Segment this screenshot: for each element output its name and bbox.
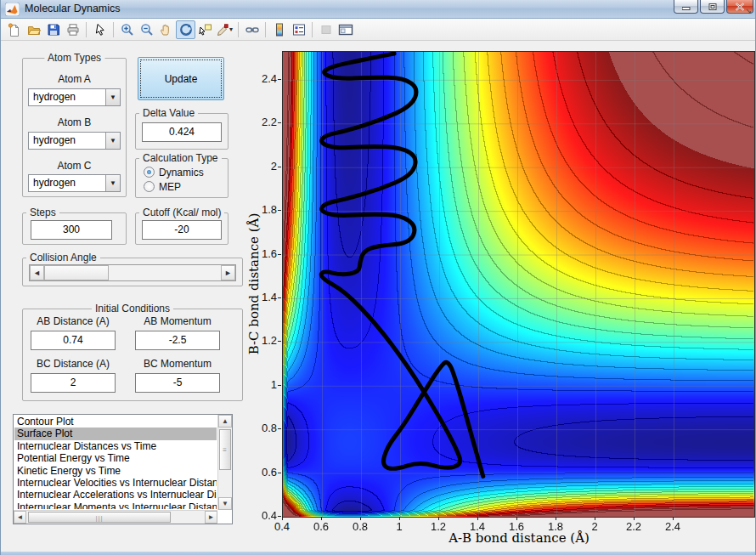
atom-a-select[interactable]: hydrogen ▼ [28,88,121,106]
list-item[interactable]: Kinetic Energy vs Time [14,465,217,477]
atom-types-title: Atom Types [44,52,104,64]
list-item[interactable]: Potential Energy vs Time [14,452,217,464]
brush-icon [217,23,228,37]
scroll-left-icon[interactable]: ◄ [14,511,26,524]
link-plot-button[interactable] [242,20,262,39]
list-item[interactable]: Internuclear Momenta vs Internuclear Dis… [14,501,217,509]
brush-dropdown-icon[interactable]: ▾ [229,25,233,33]
steps-field[interactable]: 300 [31,220,112,240]
bc-distance-field[interactable]: 2 [31,373,116,393]
y-tick-label: 0.6 [246,466,277,479]
x-tick-label: 0.8 [346,520,375,533]
plot-type-listbox[interactable]: Contour PlotSurface PlotInternuclear Dis… [13,414,233,524]
save-button[interactable] [43,20,63,39]
x-tick-mark [634,517,635,520]
x-tick-label: 1.8 [541,520,570,533]
listbox-vertical-scrollbar[interactable]: ▲ ≡ ▼ [217,415,232,510]
scroll-up-icon[interactable]: ▲ [218,415,232,428]
list-item[interactable]: Internuclear Distances vs Time [14,440,217,452]
update-button[interactable]: Update [138,57,224,100]
calculation-type-title: Calculation Type [139,152,222,164]
zoom-in-button[interactable] [117,20,137,39]
list-item[interactable]: Internuclear Velocities vs Internuclear … [14,477,217,489]
ab-momentum-label: AB Momentum [135,315,220,327]
steps-title: Steps [26,207,59,218]
y-tick-mark [278,210,281,211]
chevron-down-icon[interactable]: ▼ [105,175,120,191]
atom-b-value: hydrogen [33,134,76,146]
pan-button[interactable] [156,20,176,39]
toolbar-separator [113,22,114,37]
print-button[interactable] [63,20,82,39]
x-tick-mark [399,517,400,520]
atom-a-label: Atom A [22,73,127,85]
y-tick-mark [278,385,281,386]
x-tick-label: 1.6 [502,520,531,533]
y-tick-label: 0.8 [246,422,277,434]
vertical-scroll-thumb[interactable]: ≡ [219,429,231,470]
toolbar-separator [265,22,266,37]
insert-legend-button[interactable] [289,20,308,39]
open-folder-icon [27,23,41,37]
x-tick-mark [321,517,322,520]
y-tick-label: 1.6 [246,247,277,260]
close-icon [736,3,745,11]
atom-c-select[interactable]: hydrogen ▼ [28,174,121,192]
brush-button[interactable]: ▾ [215,20,234,39]
x-tick-label: 0.6 [307,520,336,533]
y-tick-label: 1.2 [246,334,277,347]
maximize-button[interactable] [700,0,725,14]
bc-momentum-field[interactable]: -5 [135,373,220,393]
horizontal-scroll-thumb[interactable]: ||| [28,512,171,523]
slider-thumb[interactable] [44,265,109,280]
insert-colorbar-button[interactable] [269,20,289,39]
ab-momentum-field[interactable]: -2.5 [135,331,220,350]
list-item[interactable]: Surface Plot [14,428,217,439]
scroll-down-icon[interactable]: ▼ [218,497,232,510]
initial-conditions-title: Initial Conditions [92,303,173,314]
x-tick-label: 1 [385,520,414,533]
scroll-right-icon[interactable]: ► [205,511,217,524]
ab-distance-field[interactable]: 0.74 [31,331,116,350]
y-tick-label: 1.8 [246,203,277,216]
slider-right-arrow-icon[interactable]: ► [221,265,235,280]
list-item[interactable]: Internuclear Accelerations vs Internucle… [14,489,217,501]
delta-value-field[interactable]: 0.424 [142,122,222,142]
y-tick-mark [278,122,281,123]
mep-radio-label: MEP [159,181,181,193]
x-tick-mark [360,517,361,520]
y-tick-mark [278,79,281,80]
new-file-button[interactable] [4,20,24,39]
atom-c-value: hydrogen [33,177,76,189]
minimize-button[interactable] [674,0,698,14]
y-tick-label: 2.2 [246,116,277,128]
collision-angle-slider[interactable]: ◄ ► [29,264,236,281]
rotate-3d-icon [179,23,193,37]
show-plot-tools-button[interactable] [336,20,355,39]
dynamics-radio[interactable] [144,167,155,178]
x-tick-mark [282,517,283,520]
list-item[interactable]: Contour Plot [14,416,217,428]
cutoff-field[interactable]: -20 [142,220,222,240]
toolbar-separator [86,22,87,37]
toolbar-overflow-icon[interactable]: ↘ [745,7,752,15]
pointer-button[interactable] [90,20,110,39]
zoom-out-button[interactable] [137,20,156,39]
y-tick-mark [278,516,281,517]
open-file-button[interactable] [24,20,43,39]
potential-energy-surface-plot[interactable] [282,51,755,518]
y-tick-label: 2 [246,160,277,173]
atom-b-select[interactable]: hydrogen ▼ [28,132,121,150]
chevron-down-icon[interactable]: ▼ [105,89,120,105]
listbox-horizontal-scrollbar[interactable]: ◄ ||| ► [14,510,217,524]
plot-type-list: Contour PlotSurface PlotInternuclear Dis… [14,416,217,509]
minimize-icon [682,3,691,10]
data-cursor-button[interactable] [195,20,215,39]
slider-left-arrow-icon[interactable]: ◄ [30,265,44,280]
x-tick-label: 2.2 [619,520,648,533]
chevron-down-icon[interactable]: ▼ [105,133,120,149]
window-title: Molecular Dynamics [25,3,121,14]
title-bar[interactable]: Molecular Dynamics [1,0,756,19]
mep-radio[interactable] [144,181,155,192]
rotate-3d-button[interactable] [176,20,195,39]
